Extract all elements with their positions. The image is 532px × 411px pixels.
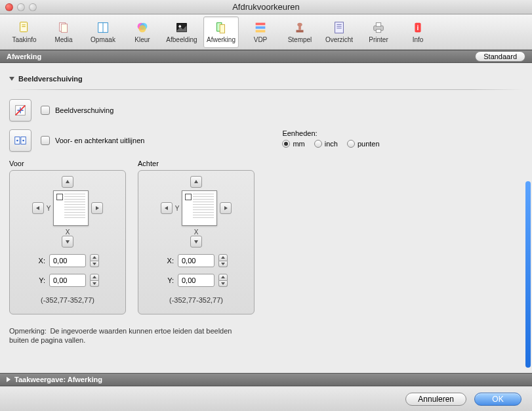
front-panel: Y X X: Y: (-352,77-352,77) xyxy=(9,170,126,314)
media-icon xyxy=(56,20,71,35)
back-x-stepper[interactable] xyxy=(218,254,228,267)
align-front-back-label: Voor- en achterkant uitlijnen xyxy=(55,137,144,144)
image-shift-label: Beeldverschuiving xyxy=(55,106,113,114)
section-header-afwerking: Afwerking Standaard xyxy=(0,50,532,63)
ok-button[interactable]: OK xyxy=(474,393,522,406)
image-icon xyxy=(174,20,189,35)
units-label: Eenheden: xyxy=(282,129,379,137)
toolbar-item-taakinfo[interactable]: Taakinfo xyxy=(7,16,42,48)
info-icon: i xyxy=(411,20,425,35)
toolbar-item-vdp[interactable]: VDP xyxy=(243,16,278,48)
svg-point-19 xyxy=(297,23,302,27)
dialog-footer: Annuleren OK xyxy=(0,386,532,411)
document-info-icon xyxy=(17,20,31,35)
svg-point-9 xyxy=(139,25,146,32)
back-y-stepper[interactable] xyxy=(218,274,228,287)
svg-rect-16 xyxy=(256,30,266,33)
back-shift-right-button[interactable] xyxy=(220,202,232,214)
window-zoom-button[interactable] xyxy=(29,3,37,11)
window-title: Afdrukvoorkeuren xyxy=(0,2,532,12)
svg-point-34 xyxy=(22,140,24,142)
color-icon xyxy=(135,20,150,35)
svg-rect-2 xyxy=(22,26,26,27)
image-shift-icon xyxy=(9,99,31,121)
window-minimize-button[interactable] xyxy=(17,3,25,11)
back-shift-up-button[interactable] xyxy=(190,176,202,188)
front-x-stepper[interactable] xyxy=(90,254,99,267)
front-page-preview xyxy=(53,190,89,226)
back-y-input[interactable] xyxy=(178,274,215,287)
svg-rect-25 xyxy=(376,23,380,27)
svg-rect-15 xyxy=(256,26,266,29)
svg-rect-17 xyxy=(297,30,304,33)
svg-rect-26 xyxy=(376,30,380,33)
front-y-input[interactable] xyxy=(49,274,86,287)
svg-rect-4 xyxy=(61,24,67,33)
disclosure-triangle-down-icon xyxy=(9,77,14,81)
svg-text:i: i xyxy=(417,24,419,32)
toolbar-item-stempel[interactable]: Stempel xyxy=(282,16,317,48)
front-panel-title: Voor xyxy=(9,160,127,167)
back-shift-left-button[interactable] xyxy=(161,202,173,214)
toolbar-item-printer[interactable]: Printer xyxy=(361,16,396,48)
svg-rect-20 xyxy=(335,22,344,33)
front-x-input[interactable] xyxy=(49,254,86,267)
units-radio-punten[interactable]: punten xyxy=(347,140,380,148)
toolbar-item-media[interactable]: Media xyxy=(46,16,81,48)
front-range-label: (-352,77-352,77) xyxy=(41,296,94,304)
disclosure-triangle-right-icon xyxy=(7,377,10,382)
layout-icon xyxy=(96,20,110,35)
back-x-input[interactable] xyxy=(178,254,215,267)
toolbar-item-info[interactable]: i Info xyxy=(400,16,436,48)
toolbar-item-afbeelding[interactable]: Afbeelding xyxy=(164,16,199,48)
back-panel-title: Achter xyxy=(138,160,256,167)
note-text: Opmerking: De ingevoerde waarden kunnen … xyxy=(9,326,232,345)
front-shift-left-button[interactable] xyxy=(32,202,44,214)
units-radio-mm[interactable]: mm xyxy=(282,140,304,148)
align-front-back-checkbox[interactable] xyxy=(41,136,50,145)
svg-rect-1 xyxy=(22,24,26,25)
stamp-icon xyxy=(293,20,307,35)
svg-rect-14 xyxy=(256,23,266,26)
front-shift-down-button[interactable] xyxy=(62,236,73,248)
svg-rect-13 xyxy=(220,24,224,33)
section-title: Afwerking xyxy=(7,53,41,60)
svg-point-33 xyxy=(16,140,18,142)
back-range-label: (-352,77-352,77) xyxy=(169,296,223,304)
cancel-button[interactable]: Annuleren xyxy=(405,393,466,406)
back-panel: Y X X: Y: (-352,77-352,77) xyxy=(138,170,255,314)
finishing-icon xyxy=(214,20,228,35)
content-area: Beeldverschuiving Beeldverschuiving Voor… xyxy=(0,63,532,373)
front-shift-right-button[interactable] xyxy=(91,202,103,214)
front-shift-up-button[interactable] xyxy=(62,176,73,188)
front-y-stepper[interactable] xyxy=(90,274,99,287)
toolbar-item-afwerking[interactable]: Afwerking xyxy=(203,16,239,48)
back-shift-down-button[interactable] xyxy=(190,236,202,248)
toolbar: Taakinfo Media Opmaak Kleur Afbeelding A… xyxy=(0,14,532,50)
summary-icon xyxy=(332,20,346,35)
group-header-beeldverschuiving[interactable]: Beeldverschuiving xyxy=(9,75,523,83)
back-page-preview xyxy=(182,190,217,226)
scrollbar[interactable] xyxy=(525,63,531,373)
toolbar-item-opmaak[interactable]: Opmaak xyxy=(85,16,121,48)
image-shift-checkbox[interactable] xyxy=(41,106,50,115)
divider xyxy=(9,89,523,90)
standard-button[interactable]: Standaard xyxy=(475,51,525,62)
printer-icon xyxy=(371,20,386,35)
toolbar-item-overzicht[interactable]: Overzicht xyxy=(321,16,357,48)
window-close-button[interactable] xyxy=(5,3,13,11)
units-group: Eenheden: mm inch punten xyxy=(282,129,379,148)
align-icon xyxy=(9,129,31,152)
subsection-header-taakweergave[interactable]: Taakweergave: Afwerking xyxy=(0,373,532,386)
units-radio-inch[interactable]: inch xyxy=(314,140,338,148)
toolbar-item-kleur[interactable]: Kleur xyxy=(125,16,160,48)
titlebar: Afdrukvoorkeuren xyxy=(0,0,532,14)
vdp-icon xyxy=(253,20,268,35)
